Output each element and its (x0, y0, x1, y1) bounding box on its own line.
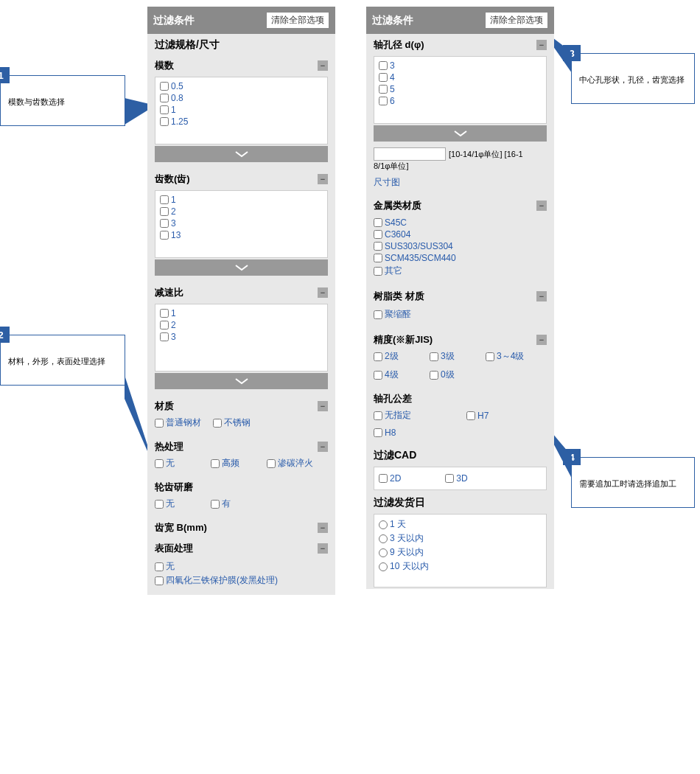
list-item[interactable]: 3级 (430, 349, 474, 363)
list-item[interactable]: 4 (379, 72, 542, 83)
checkbox[interactable] (379, 97, 388, 105)
list-item[interactable]: 2级 (374, 349, 418, 363)
checkbox[interactable] (379, 73, 388, 82)
checkbox[interactable] (379, 474, 388, 483)
checkbox[interactable] (155, 459, 164, 468)
collapse-icon[interactable]: − (318, 543, 328, 554)
checkbox[interactable] (160, 231, 169, 240)
checkbox[interactable] (374, 230, 382, 239)
checkbox[interactable] (160, 309, 169, 318)
list-item[interactable]: 3 天以内 (379, 531, 542, 545)
checkbox[interactable] (379, 85, 388, 94)
checkbox[interactable] (155, 500, 164, 509)
list-item[interactable]: 1 (160, 307, 323, 319)
checkbox[interactable] (211, 500, 220, 509)
list-item[interactable]: 无指定 (374, 408, 455, 422)
checkbox[interactable] (374, 371, 382, 380)
list-item[interactable]: 0.8 (160, 92, 323, 104)
list-item[interactable]: 1 (160, 104, 323, 116)
list-item[interactable]: 3 (379, 60, 542, 72)
list-item[interactable]: 2 (160, 206, 323, 217)
list-item[interactable]: 2 (160, 319, 323, 331)
list-item[interactable]: 0级 (430, 368, 474, 382)
expand-bar[interactable] (374, 125, 547, 142)
dimension-link[interactable]: 尺寸图 (374, 176, 547, 189)
list-item[interactable]: 13 (160, 229, 323, 241)
checkbox[interactable] (160, 219, 169, 228)
checkbox[interactable] (374, 218, 382, 227)
collapse-icon[interactable]: − (536, 291, 547, 301)
collapse-icon[interactable]: − (536, 335, 547, 345)
list-item[interactable]: H8 (374, 427, 418, 439)
list-item[interactable]: 不锈钢 (213, 416, 257, 430)
collapse-icon[interactable]: − (536, 40, 547, 50)
list-item[interactable]: 3～4级 (486, 349, 530, 363)
checkbox[interactable] (155, 562, 164, 571)
checkbox[interactable] (445, 474, 454, 483)
collapse-icon[interactable]: − (318, 523, 328, 533)
collapse-icon[interactable]: − (318, 60, 328, 71)
checkbox[interactable] (160, 321, 169, 330)
checkbox[interactable] (160, 82, 169, 91)
list-item[interactable]: 1 天 (379, 517, 542, 531)
module-scrollbox[interactable]: 0.5 0.8 1 1.25 (155, 77, 328, 144)
expand-bar[interactable] (155, 373, 328, 389)
list-item[interactable]: 渗碳淬火 (267, 456, 313, 470)
checkbox[interactable] (160, 94, 169, 102)
collapse-icon[interactable]: − (318, 287, 328, 298)
checkbox[interactable] (374, 411, 382, 420)
list-item[interactable]: 4级 (374, 368, 418, 382)
list-item[interactable]: 高频 (211, 456, 255, 470)
checkbox[interactable] (374, 310, 382, 319)
checkbox[interactable] (211, 459, 220, 468)
checkbox[interactable] (430, 352, 438, 361)
checkbox[interactable] (430, 371, 438, 380)
bore-scrollbox[interactable]: 3 4 5 6 (374, 56, 547, 124)
radio[interactable] (379, 548, 388, 557)
list-item[interactable]: 无 (155, 456, 199, 470)
ship-scrollbox[interactable]: 1 天 3 天以内 9 天以内 10 天以内 (374, 514, 547, 588)
list-item[interactable]: 3 (160, 331, 323, 343)
checkbox[interactable] (466, 411, 475, 420)
list-item[interactable]: 0.5 (160, 80, 323, 92)
radio[interactable] (379, 520, 388, 529)
list-item[interactable]: 2D (379, 473, 401, 484)
expand-bar[interactable] (155, 259, 328, 276)
list-item[interactable]: 其它 (374, 264, 547, 278)
checkbox[interactable] (160, 207, 169, 216)
radio[interactable] (379, 534, 388, 543)
expand-bar[interactable] (155, 146, 328, 162)
list-item[interactable]: H7 (466, 408, 511, 422)
checkbox[interactable] (160, 105, 169, 114)
checkbox[interactable] (155, 419, 164, 428)
checkbox[interactable] (486, 352, 494, 361)
list-item[interactable]: 四氧化三铁保护膜(发黑处理) (155, 573, 328, 588)
list-item[interactable]: 有 (211, 497, 255, 511)
checkbox[interactable] (213, 419, 222, 428)
list-item[interactable]: 6 (379, 95, 542, 107)
list-item[interactable]: 3D (445, 473, 467, 484)
list-item[interactable]: S45C (374, 217, 547, 229)
list-item[interactable]: 无 (155, 497, 199, 511)
list-item[interactable]: C3604 (374, 229, 547, 240)
collapse-icon[interactable]: − (536, 201, 547, 211)
list-item[interactable]: 普通钢材 (155, 416, 201, 430)
list-item[interactable]: 1.25 (160, 116, 323, 128)
list-item[interactable]: 聚缩醛 (374, 307, 547, 321)
checkbox[interactable] (155, 576, 164, 585)
list-item[interactable]: 3 (160, 217, 323, 229)
list-item[interactable]: 1 (160, 194, 323, 206)
radio[interactable] (379, 562, 388, 571)
teeth-scrollbox[interactable]: 1 2 3 13 (155, 190, 328, 258)
checkbox[interactable] (374, 352, 382, 361)
checkbox[interactable] (374, 428, 382, 437)
collapse-icon[interactable]: − (318, 401, 328, 411)
list-item[interactable]: SCM435/SCM440 (374, 252, 547, 264)
checkbox[interactable] (160, 332, 169, 341)
checkbox[interactable] (160, 195, 169, 204)
checkbox[interactable] (374, 242, 382, 251)
checkbox[interactable] (379, 61, 388, 70)
list-item[interactable]: 无 (155, 559, 328, 573)
checkbox[interactable] (160, 117, 169, 126)
checkbox[interactable] (374, 254, 382, 262)
